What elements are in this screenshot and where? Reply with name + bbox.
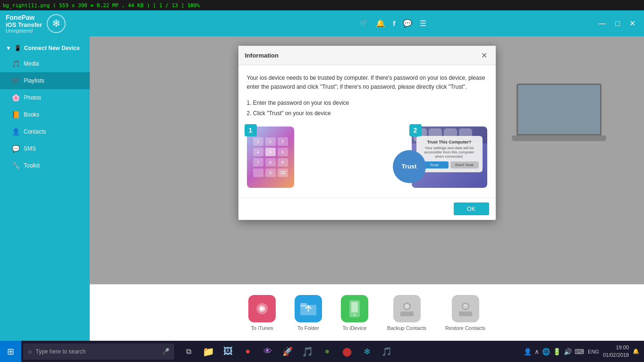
tray-language: ENG	[588, 349, 599, 354]
passcode-btn-3: 3	[278, 137, 288, 146]
minimize-button[interactable]: —	[595, 19, 609, 28]
sidebar-section-connect[interactable]: ▼ 📱 Connect New Device	[0, 41, 90, 55]
close-button[interactable]: ✕	[627, 19, 638, 28]
sidebar-item-media-label: Media	[24, 60, 39, 67]
passcode-btn-0: 0	[265, 168, 276, 177]
main-area: ▼ 📱 Connect New Device 🎵 Media 🎼 Playlis…	[0, 36, 644, 341]
modal-close-button[interactable]: ✕	[480, 51, 489, 60]
menu-icon[interactable]: ☰	[420, 19, 426, 28]
taskbar-search-icon: ○	[28, 348, 32, 355]
sidebar-item-photos-label: Photos	[24, 94, 41, 101]
taskbar-app-8[interactable]: ●	[318, 342, 337, 361]
tray-person-icon: 👤	[524, 348, 532, 355]
maximize-button[interactable]: □	[612, 19, 623, 28]
taskbar-app-9[interactable]: ⬤	[338, 342, 356, 361]
to-idevice-icon	[341, 295, 368, 322]
tray-expand-icon[interactable]: ∧	[534, 348, 539, 355]
passcode-btn-2: 2	[265, 137, 276, 146]
facebook-icon[interactable]: f	[393, 19, 395, 27]
passcode-btn-9: 9	[278, 158, 288, 167]
tray-volume-icon: 🔊	[564, 348, 572, 355]
tray-notification-icon[interactable]: 🔔	[633, 348, 639, 354]
taskbar-search-box[interactable]: ○ Type here to search 🎤	[23, 344, 174, 360]
sidebar: ▼ 📱 Connect New Device 🎵 Media 🎼 Playlis…	[0, 36, 90, 341]
passcode-btn-4: 4	[253, 148, 263, 156]
taskbar-task-view[interactable]: ⧉	[179, 342, 198, 361]
passcode-btn-8: 8	[265, 158, 276, 167]
passcode-btn-empty	[253, 168, 263, 177]
chevron-icon: ▼	[6, 45, 11, 51]
modal-title: Information	[245, 52, 279, 59]
to-itunes-label: To iTunes	[251, 325, 273, 331]
step-2-text: 2. Click "Trust" on your ios device	[247, 109, 487, 119]
trust-dialog-dont-trust-btn[interactable]: Don't Trust	[450, 161, 479, 168]
bell-icon[interactable]: 🔔	[376, 19, 385, 28]
to-folder-icon	[295, 295, 322, 322]
sidebar-item-books[interactable]: 📙 Books	[0, 106, 90, 123]
backup-contacts-label: Backup Contacts	[387, 325, 426, 331]
taskbar-file-explorer[interactable]: 📁	[199, 342, 218, 361]
sidebar-item-toolkit[interactable]: 🔧 Toolkit	[0, 157, 90, 174]
svg-rect-8	[400, 311, 414, 316]
books-icon: 📙	[11, 110, 20, 119]
taskbar-vlc[interactable]: 🎵	[298, 342, 317, 361]
taskbar-photos-app[interactable]: 🖼	[219, 342, 237, 361]
restore-contacts-icon: +	[452, 295, 479, 322]
sms-icon: 💬	[11, 144, 20, 153]
sidebar-item-sms[interactable]: 💬 SMS	[0, 140, 90, 157]
modal-overlay: Information ✕ Your ios device needs to b…	[90, 36, 644, 284]
contacts-icon: 👤	[11, 127, 20, 136]
to-idevice-label: To iDevice	[343, 325, 367, 331]
ok-button[interactable]: OK	[454, 202, 489, 215]
tray-keyboard-icon: ⌨	[575, 348, 584, 355]
app-logo: FonePaw iOS Transfer Unregistered	[6, 14, 42, 34]
svg-point-6	[354, 314, 356, 316]
step1-number: 1	[245, 124, 257, 136]
sidebar-item-books-label: Books	[24, 111, 39, 118]
trust-badge: Trust	[393, 150, 426, 183]
sidebar-item-contacts-label: Contacts	[24, 128, 46, 135]
passcode-btn-1: 1	[253, 137, 263, 146]
playlists-icon: 🎼	[11, 76, 20, 85]
sidebar-item-playlists-label: Playlists	[24, 77, 44, 84]
sidebar-item-contacts[interactable]: 👤 Contacts	[0, 123, 90, 140]
to-itunes-button[interactable]: To iTunes	[248, 295, 276, 331]
svg-rect-5	[351, 302, 358, 312]
sidebar-item-media[interactable]: 🎵 Media	[0, 55, 90, 72]
start-button[interactable]: ⊞	[0, 341, 21, 362]
backup-contacts-button[interactable]: Backup Contacts	[387, 295, 426, 331]
taskbar-fonepaw[interactable]: ❄	[357, 342, 376, 361]
passcode-btn-del: ⌫	[278, 168, 288, 177]
chat-icon[interactable]: 💬	[403, 19, 412, 28]
restore-contacts-button[interactable]: + Restore Contacts	[445, 295, 485, 331]
passcode-btn-6: 6	[278, 148, 288, 156]
taskbar-tray: 👤 ∧ 🌐 🔋 🔊 ⌨ ENG 19:00 01/02/2018 🔔	[524, 344, 644, 359]
modal-header: Information ✕	[238, 46, 496, 65]
tray-network-icon: 🌐	[542, 348, 550, 355]
step2-image: 2 Trust	[412, 126, 487, 188]
svg-rect-3	[300, 303, 307, 307]
svg-point-9	[405, 304, 409, 309]
taskbar-itunes[interactable]: 🎵	[377, 342, 396, 361]
step2-number: 2	[409, 124, 422, 136]
sidebar-item-photos[interactable]: 🌸 Photos	[0, 89, 90, 106]
restore-contacts-label: Restore Contacts	[445, 325, 485, 331]
to-idevice-button[interactable]: To iDevice	[341, 295, 368, 331]
taskbar-chrome[interactable]: ●	[238, 342, 257, 361]
to-folder-button[interactable]: To Folder	[295, 295, 322, 331]
taskbar-tray-icons: 👤 ∧ 🌐 🔋 🔊 ⌨	[524, 348, 584, 355]
cart-icon[interactable]: 🛒	[359, 19, 368, 28]
content-area: ment... Information ✕	[90, 36, 644, 341]
taskbar-spyware[interactable]: 👁	[258, 342, 277, 361]
tray-battery-icon: 🔋	[553, 348, 561, 355]
sidebar-item-playlists[interactable]: 🎼 Playlists	[0, 72, 90, 89]
taskbar-app-6[interactable]: 🚀	[278, 342, 297, 361]
to-folder-label: To Folder	[297, 325, 319, 331]
taskbar-date-display: 01/02/2018	[603, 352, 629, 359]
taskbar-mic-icon[interactable]: 🎤	[162, 348, 169, 355]
svg-text:+: +	[464, 305, 466, 309]
app-header-left: FonePaw iOS Transfer Unregistered ❄	[6, 14, 190, 34]
trust-dialog: Trust This Computer? Your settings and d…	[416, 136, 483, 172]
taskbar-datetime: 19:00 01/02/2018	[603, 344, 629, 359]
passcode-btn-7: 7	[253, 158, 263, 167]
